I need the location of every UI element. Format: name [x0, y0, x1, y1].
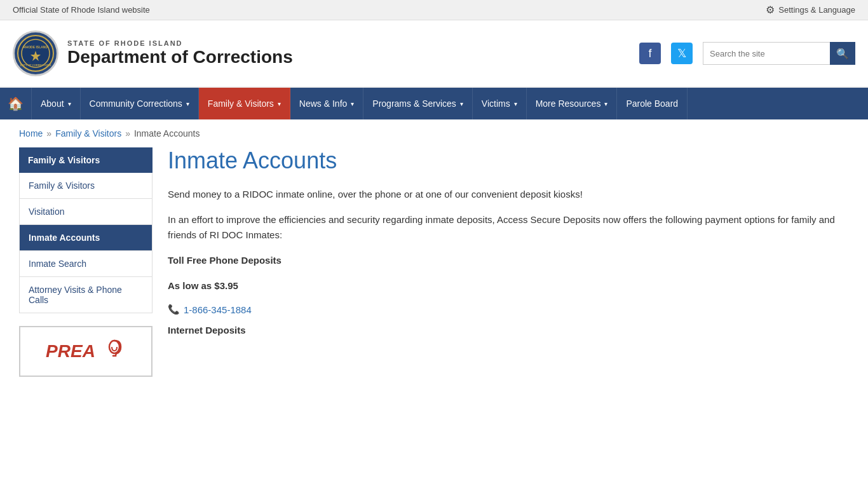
nav-community-corrections[interactable]: Community Corrections ▾ — [81, 88, 199, 119]
breadcrumb-family-visitors[interactable]: Family & Visitors — [55, 128, 121, 139]
content-area: Inmate Accounts Send money to a RIDOC in… — [168, 147, 849, 377]
sidebar-item-visitation[interactable]: Visitation — [19, 199, 153, 225]
intro-paragraph-1: Send money to a RIDOC inmate online, ove… — [168, 187, 849, 202]
internet-deposits-label: Internet Deposits — [168, 323, 849, 338]
org-name: Department of Corrections — [67, 47, 293, 67]
breadcrumb: Home » Family & Visitors » Inmate Accoun… — [0, 119, 868, 147]
sidebar-item-family-visitors[interactable]: Family & Visitors — [19, 173, 153, 199]
svg-text:RHODE ISLAND: RHODE ISLAND — [24, 45, 48, 49]
top-bar: Official State of Rhode Island website ⚙… — [0, 0, 868, 20]
gear-icon: ⚙ — [766, 4, 775, 16]
search-input[interactable] — [703, 42, 830, 65]
phone-icon: 📞 — [168, 304, 180, 315]
search-button[interactable]: 🔍 — [830, 42, 855, 65]
settings-language-button[interactable]: ⚙ Settings & Language — [766, 4, 855, 16]
chevron-down-icon: ▾ — [186, 100, 189, 107]
nav-parole-board-label: Parole Board — [626, 98, 678, 109]
sidebar-item-inmate-search[interactable]: Inmate Search — [19, 251, 153, 277]
facebook-icon[interactable]: f — [639, 43, 661, 64]
breadcrumb-sep-2: » — [125, 128, 130, 139]
hearing-icon — [103, 338, 126, 365]
sidebar: Family & Visitors Family & Visitors Visi… — [19, 147, 153, 377]
nav-news-info[interactable]: News & Info ▾ — [290, 88, 363, 119]
nav-about-label: About — [41, 98, 64, 109]
org-text: STATE OF RHODE ISLAND Department of Corr… — [67, 39, 293, 67]
breadcrumb-sep-1: » — [46, 128, 51, 139]
prea-text: PREA — [46, 341, 95, 362]
sidebar-header: Family & Visitors — [19, 147, 153, 173]
breadcrumb-home[interactable]: Home — [19, 128, 43, 139]
nav-family-visitors-label: Family & Visitors — [208, 98, 274, 109]
state-name: STATE OF RHODE ISLAND — [67, 39, 293, 47]
nav-victims[interactable]: Victims ▾ — [473, 88, 527, 119]
chevron-down-icon: ▾ — [514, 100, 517, 107]
nav-programs-services-label: Programs & Services — [372, 98, 456, 109]
sidebar-item-attorney-visits[interactable]: Attorney Visits & Phone Calls — [19, 277, 153, 313]
search-box: 🔍 — [703, 42, 855, 65]
nav-home[interactable]: 🏠 — [0, 88, 32, 119]
sidebar-item-inmate-accounts[interactable]: Inmate Accounts — [19, 225, 153, 251]
svg-text:DEPT. OF CORRECTIONS: DEPT. OF CORRECTIONS — [20, 64, 51, 67]
nav-parole-board[interactable]: Parole Board — [617, 88, 688, 119]
header: RHODE ISLAND DEPT. OF CORRECTIONS STATE … — [0, 20, 868, 88]
nav-more-resources[interactable]: More Resources ▾ — [527, 88, 618, 119]
chevron-down-icon: ▾ — [351, 100, 354, 107]
intro-paragraph-2: In an effort to improve the efficiencies… — [168, 212, 849, 243]
nav-more-resources-label: More Resources — [536, 98, 601, 109]
main-navigation: 🏠 About ▾ Community Corrections ▾ Family… — [0, 88, 868, 119]
chevron-down-icon: ▾ — [460, 100, 463, 107]
phone-deposits-label: Toll Free Phone Deposits — [168, 253, 849, 268]
breadcrumb-current: Inmate Accounts — [134, 128, 200, 139]
nav-victims-label: Victims — [482, 98, 510, 109]
nav-family-visitors[interactable]: Family & Visitors ▾ — [199, 88, 290, 119]
settings-label: Settings & Language — [778, 5, 855, 15]
chevron-down-icon: ▾ — [604, 100, 607, 107]
prea-banner: PREA — [19, 326, 153, 377]
chevron-down-icon: ▾ — [68, 100, 71, 107]
search-icon: 🔍 — [836, 48, 849, 60]
main-content: Family & Visitors Family & Visitors Visi… — [0, 147, 868, 396]
state-seal: RHODE ISLAND DEPT. OF CORRECTIONS — [13, 30, 58, 76]
page-title: Inmate Accounts — [168, 147, 849, 174]
phone-number-link[interactable]: 📞 1-866-345-1884 — [168, 304, 849, 315]
official-state-text: Official State of Rhode Island website — [13, 5, 150, 15]
twitter-icon[interactable]: 𝕏 — [671, 43, 693, 64]
nav-about[interactable]: About ▾ — [32, 88, 81, 119]
logo-area: RHODE ISLAND DEPT. OF CORRECTIONS STATE … — [13, 30, 293, 76]
nav-community-corrections-label: Community Corrections — [90, 98, 182, 109]
chevron-down-icon: ▾ — [278, 100, 281, 107]
nav-news-info-label: News & Info — [299, 98, 347, 109]
as-low-as: As low as $3.95 — [168, 278, 849, 294]
nav-programs-services[interactable]: Programs & Services ▾ — [363, 88, 472, 119]
header-right: f 𝕏 🔍 — [639, 42, 855, 65]
phone-number: 1-866-345-1884 — [184, 304, 252, 315]
